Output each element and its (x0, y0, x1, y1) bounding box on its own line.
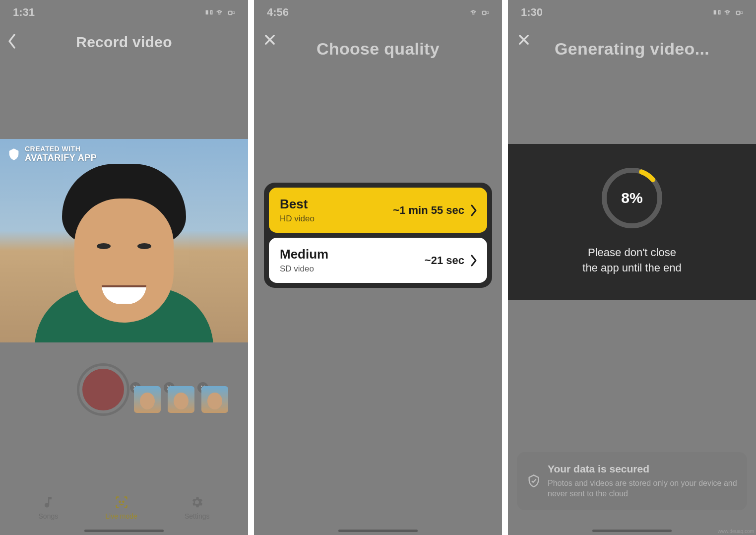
home-indicator[interactable] (84, 530, 164, 532)
recent-thumb[interactable]: ✕ (201, 386, 228, 413)
secured-title: Your data is secured (548, 463, 737, 475)
quality-option-time: ~1 min 55 sec (393, 204, 464, 217)
svg-point-1 (123, 501, 124, 502)
secured-banner: Your data is secured Photos and videos a… (517, 452, 747, 510)
page-title: Choose quality (316, 39, 440, 59)
header: Record video (0, 25, 248, 60)
header: Generating video... (508, 25, 756, 60)
generating-panel: 8% Please don't close the app until the … (508, 144, 756, 300)
tab-label: Live mode (105, 512, 137, 520)
chevron-right-icon (470, 254, 477, 267)
gear-icon (190, 495, 204, 509)
close-icon[interactable] (517, 33, 531, 49)
progress-ring: 8% (600, 166, 664, 230)
home-indicator[interactable] (592, 530, 672, 532)
progress-percent: 8% (600, 166, 664, 230)
record-button[interactable] (79, 366, 127, 413)
status-indicators: ▮▯ ᯤ ▢▫ (713, 7, 743, 18)
quality-option-subtitle: SD video (280, 264, 328, 274)
header: Choose quality (254, 25, 502, 60)
face-illustration (50, 164, 198, 342)
close-icon[interactable] (263, 33, 277, 49)
tab-settings[interactable]: Settings (185, 495, 210, 520)
quality-option-title: Medium (280, 247, 328, 262)
generating-message: Please don't close the app until the end (582, 245, 681, 276)
status-bar: 4:56 ᯤ ▢▫ (254, 0, 502, 25)
watermark-line1: CREATED WITH (25, 145, 97, 153)
status-indicators: ▮▯ ᯤ ▢▫ (205, 7, 235, 18)
quality-option-subtitle: HD video (280, 214, 315, 224)
status-time: 4:56 (267, 6, 289, 19)
avatarify-watermark: CREATED WITH AVATARIFY APP (7, 145, 97, 163)
screen-choose-quality: 4:56 ᯤ ▢▫ Choose quality Best HD video ~… (254, 0, 502, 535)
attribution-text: www.deuaq.com (718, 529, 754, 534)
generating-message-line2: the app until the end (582, 261, 681, 276)
status-indicators: ᯤ ▢▫ (470, 7, 489, 18)
status-bar: 1:30 ▮▯ ᯤ ▢▫ (508, 0, 756, 25)
recent-thumb[interactable]: ✕ (168, 386, 194, 413)
chevron-right-icon (470, 204, 477, 217)
face-scan-icon (115, 495, 128, 509)
status-time: 1:30 (521, 6, 543, 19)
tab-label: Songs (39, 512, 59, 520)
status-bar: 1:31 ▮▯ ᯤ ▢▫ (0, 0, 248, 25)
generating-message-line1: Please don't close (582, 245, 681, 261)
tab-live-mode[interactable]: Live mode (105, 495, 137, 520)
quality-option-title: Best (280, 197, 315, 212)
quality-options-card: Best HD video ~1 min 55 sec Medium SD vi… (264, 183, 492, 288)
shield-check-icon (527, 474, 541, 488)
page-title: Generating video... (555, 39, 709, 59)
screen-generating-video: 1:30 ▮▯ ᯤ ▢▫ Generating video... 8% Plea… (508, 0, 756, 535)
tab-songs[interactable]: Songs (39, 495, 59, 520)
tab-label: Settings (185, 512, 210, 520)
secured-body: Photos and videos are stored only on you… (548, 478, 737, 499)
quality-option-best[interactable]: Best HD video ~1 min 55 sec (269, 188, 487, 233)
watermark-line2: AVATARIFY APP (25, 153, 97, 163)
screen-record-video: 1:31 ▮▯ ᯤ ▢▫ Record video CREATED WITH A… (0, 0, 248, 535)
camera-preview: CREATED WITH AVATARIFY APP (0, 139, 248, 342)
record-row: ✕ ✕ ✕ (0, 357, 248, 422)
bottom-tabs: Songs Live mode Settings (0, 495, 248, 520)
svg-point-0 (119, 501, 120, 502)
page-title: Record video (76, 34, 172, 51)
status-time: 1:31 (13, 6, 35, 19)
quality-option-medium[interactable]: Medium SD video ~21 sec (269, 238, 487, 283)
music-note-icon (41, 495, 55, 509)
recent-thumb[interactable]: ✕ (134, 386, 161, 413)
quality-option-time: ~21 sec (425, 254, 464, 267)
back-icon[interactable] (7, 33, 17, 52)
home-indicator[interactable] (338, 530, 418, 532)
